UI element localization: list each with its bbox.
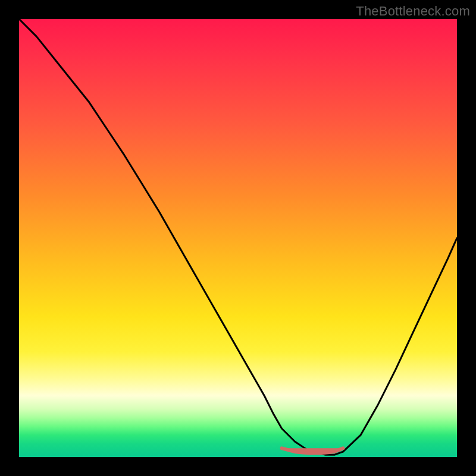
watermark-label: TheBottleneck.com	[356, 4, 470, 19]
plot-area	[19, 19, 457, 457]
bottleneck-curve-path	[19, 19, 457, 455]
optimal-band-path	[282, 448, 343, 453]
chart-svg	[19, 19, 457, 457]
chart-frame: TheBottleneck.com	[0, 0, 476, 476]
